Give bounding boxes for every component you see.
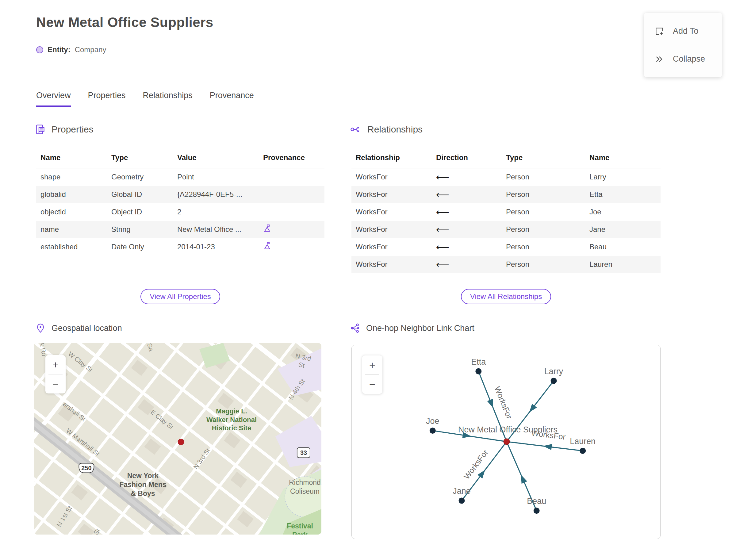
map-zoom-in-button[interactable]: +	[45, 355, 66, 374]
property-row-shape: shapeGeometryPoint	[36, 168, 324, 186]
related-entity-link[interactable]: Beau	[589, 238, 661, 256]
property-name: name	[36, 221, 111, 238]
property-row-name: nameStringNew Metal Office ...	[36, 221, 324, 238]
property-name: globalid	[36, 186, 111, 203]
add-to-label: Add To	[673, 26, 699, 36]
relationship-row-etta: WorksFor⟵PersonEtta	[351, 186, 661, 203]
property-value: 2	[177, 203, 263, 221]
edge-arrowhead	[487, 399, 493, 408]
related-entity-type: Person	[506, 203, 589, 221]
view-all-relationships-button[interactable]: View All Relationships	[461, 289, 551, 304]
tab-overview[interactable]: Overview	[36, 91, 71, 107]
properties-section-header: Properties	[34, 124, 94, 135]
edge-arrowhead	[521, 475, 527, 484]
node-label-lauren: Lauren	[570, 437, 596, 446]
one-hop-link-icon	[350, 323, 360, 333]
link-chart-zoom-out-button[interactable]: −	[362, 375, 382, 394]
tab-properties[interactable]: Properties	[88, 91, 126, 107]
property-type: Date Only	[111, 238, 177, 256]
related-entity-link[interactable]: Etta	[589, 186, 661, 203]
node-jane[interactable]	[458, 497, 465, 504]
entity-label: Entity:	[48, 45, 71, 54]
relationship-type-link[interactable]: WorksFor	[351, 256, 436, 273]
node-larry[interactable]	[551, 378, 557, 384]
property-row-globalid: globalidGlobal ID{A228944F-0EF5-...	[36, 186, 324, 203]
properties-section-title: Properties	[52, 124, 94, 135]
link-chart[interactable]: EttaLarryJoeLaurenJaneBeauNew Metal Offi…	[351, 345, 661, 539]
column-header-type: Type	[111, 150, 177, 168]
double-chevron-right-icon	[654, 54, 664, 64]
edge-label-worksfor: WorksFor	[462, 448, 490, 481]
link-chart-section-title: One-hop Neighbor Link Chart	[366, 324, 474, 333]
collapse-button[interactable]: Collapse	[644, 51, 722, 67]
relationship-type-link[interactable]: WorksFor	[351, 221, 436, 238]
link-chart-zoom-in-button[interactable]: +	[362, 355, 382, 374]
geospatial-map[interactable]: k RoW Clay StSaN 3rd StN 4th StMaggie L.…	[34, 343, 321, 535]
add-to-button[interactable]: Add To	[644, 23, 722, 39]
column-header-value: Value	[177, 150, 263, 168]
entity-type-icon	[36, 46, 43, 53]
provenance-flag-icon[interactable]	[263, 224, 272, 233]
property-provenance	[263, 168, 324, 186]
column-header-relationship: Relationship	[351, 150, 436, 168]
node-label-jane: Jane	[453, 486, 470, 496]
related-entity-link[interactable]: Joe	[589, 203, 661, 221]
tab-relationships[interactable]: Relationships	[143, 91, 193, 107]
node-etta[interactable]	[475, 368, 481, 374]
direction-arrow: ⟵	[436, 168, 506, 186]
node-label-beau: Beau	[527, 497, 546, 506]
map-zoom-out-button[interactable]: −	[45, 374, 66, 393]
relationship-type-link[interactable]: WorksFor	[351, 238, 436, 256]
node-center-company[interactable]	[504, 439, 510, 445]
direction-arrow: ⟵	[436, 238, 506, 256]
property-provenance	[263, 238, 324, 256]
column-header-type: Type	[506, 150, 589, 168]
node-joe[interactable]	[430, 428, 436, 434]
map-canvas	[34, 343, 321, 535]
relationship-row-beau: WorksFor⟵PersonBeau	[351, 238, 661, 256]
property-provenance	[263, 203, 324, 221]
location-marker[interactable]	[178, 439, 184, 445]
relationship-type-link[interactable]: WorksFor	[351, 168, 436, 186]
related-entity-link[interactable]: Lauren	[589, 256, 661, 273]
properties-icon	[34, 124, 45, 135]
collapse-label: Collapse	[673, 54, 705, 64]
link-chart-zoom-control: + −	[362, 355, 382, 394]
tab-provenance[interactable]: Provenance	[210, 91, 254, 107]
relationships-section-header: Relationships	[350, 124, 423, 135]
link-chart-section-header: One-hop Neighbor Link Chart	[350, 323, 474, 333]
related-entity-link[interactable]: Jane	[589, 221, 661, 238]
relationship-type-link[interactable]: WorksFor	[351, 186, 436, 203]
node-beau[interactable]	[534, 508, 540, 514]
edge-arrowhead	[529, 404, 537, 412]
column-header-name: Name	[36, 150, 111, 168]
property-value: Point	[177, 168, 263, 186]
entity-type-value: Company	[75, 45, 106, 54]
property-name: objectid	[36, 203, 111, 221]
direction-arrow: ⟵	[436, 203, 506, 221]
related-entity-type: Person	[506, 186, 589, 203]
relationship-row-jane: WorksFor⟵PersonJane	[351, 221, 661, 238]
edge-arrowhead	[477, 470, 485, 478]
relationship-type-link[interactable]: WorksFor	[351, 203, 436, 221]
tab-bar: OverviewPropertiesRelationshipsProvenanc…	[36, 91, 254, 107]
relationship-row-larry: WorksFor⟵PersonLarry	[351, 168, 661, 186]
property-type: String	[111, 221, 177, 238]
provenance-flag-icon[interactable]	[263, 241, 272, 251]
column-header-provenance: Provenance	[263, 150, 324, 168]
property-name: established	[36, 238, 111, 256]
map-zoom-control: + −	[45, 355, 66, 393]
page-title: New Metal Office Suppliers	[36, 15, 213, 30]
column-header-direction: Direction	[436, 150, 506, 168]
related-entity-type: Person	[506, 221, 589, 238]
property-row-objectid: objectidObject ID2	[36, 203, 324, 221]
property-provenance	[263, 221, 324, 238]
map-pin-icon	[36, 323, 45, 333]
node-label-etta: Etta	[471, 357, 486, 366]
property-type: Geometry	[111, 168, 177, 186]
relationships-section-title: Relationships	[367, 124, 423, 135]
node-lauren[interactable]	[580, 448, 586, 454]
related-entity-link[interactable]: Larry	[589, 168, 661, 186]
node-label-larry: Larry	[544, 367, 563, 376]
view-all-properties-button[interactable]: View All Properties	[140, 289, 220, 304]
